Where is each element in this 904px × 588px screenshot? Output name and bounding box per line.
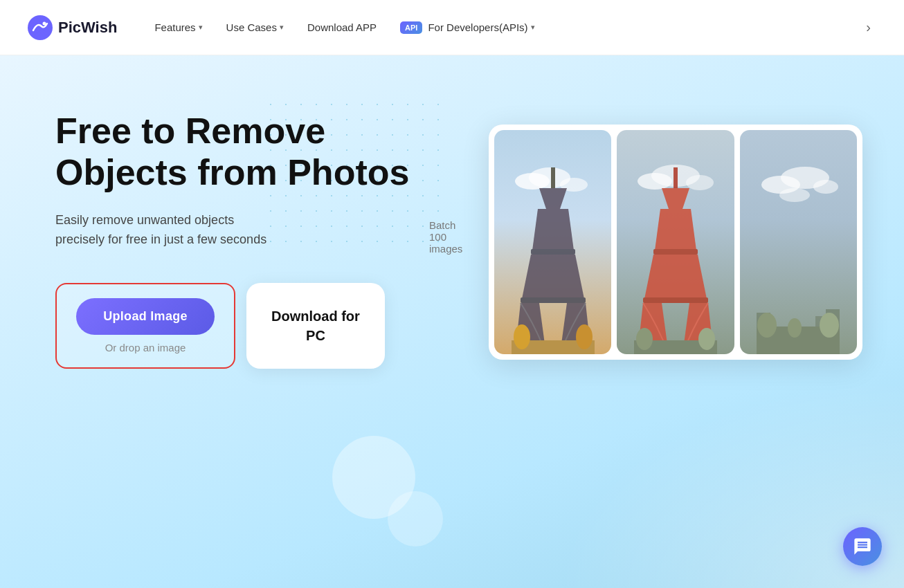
nav-use-cases[interactable]: Use Cases ▾ <box>217 16 293 39</box>
hero-subtitle-line2: precisely for free in just a few seconds <box>55 232 266 246</box>
sky-bg-2 <box>617 130 734 354</box>
eiffel-tower-1-svg <box>512 160 595 354</box>
svg-marker-6 <box>539 188 567 209</box>
svg-rect-19 <box>674 167 678 188</box>
nav-features[interactable]: Features ▾ <box>145 16 212 39</box>
nav-items: Features ▾ Use Cases ▾ Download APP API … <box>145 16 860 39</box>
hero-title: Free to Remove Objects from Photos <box>55 111 443 194</box>
svg-point-28 <box>636 328 653 350</box>
hero-title-line1: Free to Remove <box>55 111 325 151</box>
eiffel-tower-3-svg <box>757 160 840 354</box>
svg-point-0 <box>28 15 53 40</box>
svg-marker-20 <box>662 188 689 209</box>
svg-point-14 <box>514 324 530 349</box>
use-cases-chevron-icon: ▾ <box>280 23 284 32</box>
download-pc-card[interactable]: Download for PC <box>246 283 385 369</box>
hero-left-content: Free to Remove Objects from Photos Easil… <box>55 111 443 369</box>
svg-rect-10 <box>521 297 586 303</box>
carousel-image-1 <box>494 130 611 354</box>
carousel-image-3 <box>740 130 857 354</box>
chat-icon <box>853 537 872 556</box>
nav-use-cases-label: Use Cases <box>226 21 277 33</box>
image-carousel <box>489 125 862 360</box>
features-chevron-icon: ▾ <box>199 23 203 32</box>
chat-button[interactable] <box>843 527 882 566</box>
svg-point-29 <box>698 328 715 350</box>
svg-point-40 <box>788 318 802 338</box>
svg-marker-9 <box>522 255 584 299</box>
download-pc-label: Download for PC <box>271 306 360 345</box>
upload-button[interactable]: Upload Image <box>76 298 215 335</box>
hero-subtitle-line1: Easily remove unwanted objects <box>55 213 234 227</box>
hero-subtitle: Easily remove unwanted objects precisely… <box>55 210 443 250</box>
hero-title-line2: Objects from Photos <box>55 152 409 192</box>
logo-text: PicWish <box>58 19 117 37</box>
svg-marker-23 <box>644 255 707 299</box>
logo-icon <box>28 15 53 40</box>
nav-for-devs-label: For Developers(APIs) <box>428 21 527 33</box>
nav-right: › <box>860 17 876 38</box>
batch-info: Batch 100 images <box>429 219 462 255</box>
svg-rect-8 <box>531 249 575 255</box>
nav-download-app-label: Download APP <box>307 21 377 33</box>
nav-more-button[interactable]: › <box>860 17 876 38</box>
svg-point-38 <box>757 313 777 338</box>
svg-point-18 <box>686 175 714 190</box>
sky-bg-1 <box>494 130 611 354</box>
devs-chevron-icon: ▾ <box>531 23 535 32</box>
svg-point-33 <box>779 188 810 202</box>
svg-marker-21 <box>655 209 696 250</box>
svg-point-15 <box>576 324 593 349</box>
nav-for-devs[interactable]: API For Developers(APIs) ▾ <box>390 16 545 39</box>
svg-marker-7 <box>532 209 574 250</box>
hero-image-panel <box>489 125 862 360</box>
carousel-image-2 <box>617 130 734 354</box>
svg-point-32 <box>813 180 838 194</box>
sky-bg-3 <box>740 130 857 354</box>
api-badge: API <box>400 21 422 34</box>
upload-area: Upload Image Or drop an image Download f… <box>55 283 443 369</box>
svg-rect-22 <box>653 249 698 255</box>
svg-point-39 <box>820 313 839 338</box>
eiffel-tower-2-svg <box>634 160 717 354</box>
svg-point-1 <box>43 21 46 25</box>
nav-download-app[interactable]: Download APP <box>298 16 386 39</box>
navbar: PicWish Features ▾ Use Cases ▾ Download … <box>0 0 904 55</box>
upload-hint: Or drop an image <box>105 342 186 353</box>
nav-features-label: Features <box>154 21 195 33</box>
svg-rect-5 <box>551 167 555 188</box>
hero-section: Free to Remove Objects from Photos Easil… <box>0 55 904 588</box>
svg-rect-24 <box>643 297 708 303</box>
upload-box: Upload Image Or drop an image <box>55 283 235 369</box>
logo[interactable]: PicWish <box>28 15 117 40</box>
deco-circle-2 <box>388 491 443 546</box>
